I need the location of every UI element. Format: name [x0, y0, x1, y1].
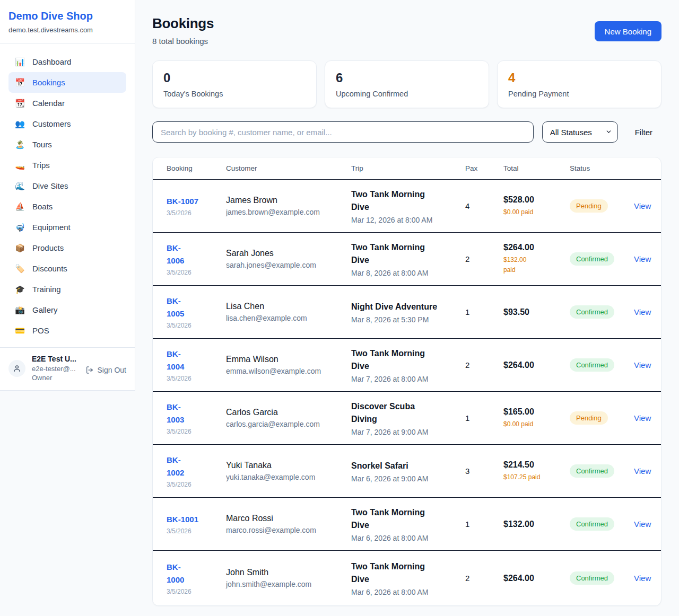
trip-cell: Two Tank Morning Dive Mar 8, 2026 at 8:0… — [351, 241, 465, 277]
total-amount: $132.00 — [503, 520, 570, 529]
view-link[interactable]: View — [634, 467, 651, 476]
sidebar-item-dashboard[interactable]: 📊 Dashboard — [8, 51, 126, 72]
sidebar-item-dive-sites[interactable]: 🌊 Dive Sites — [8, 175, 126, 196]
logout-icon — [85, 366, 94, 374]
customer-email: james.brown@example.com — [226, 208, 351, 216]
calendar-bookings-icon: 📅 — [15, 78, 25, 86]
total-amount: $528.00 — [503, 195, 570, 205]
tag-icon: 🏷️ — [15, 265, 25, 272]
trip-name: Night Dive Adventure — [351, 301, 465, 313]
table-row: BK- 1005 3/5/2026 Lisa Chen lisa.chen@ex… — [153, 286, 661, 339]
main-content: Bookings 8 total bookings New Booking 0 … — [135, 0, 679, 616]
customer-cell: Emma Wilson emma.wilson@example.com — [226, 355, 351, 375]
booking-id-link[interactable]: BK- 1005 — [167, 295, 226, 320]
trip-cell: Night Dive Adventure Mar 8, 2026 at 5:30… — [351, 301, 465, 324]
status-select[interactable]: All Statuses — [542, 121, 618, 143]
sidebar-item-products[interactable]: 📦 Products — [8, 237, 126, 258]
sidebar-item-pos[interactable]: 💳 POS — [8, 320, 126, 341]
customer-name: Marco Rossi — [226, 514, 351, 523]
customer-cell: Lisa Chen lisa.chen@example.com — [226, 302, 351, 322]
pax-value: 4 — [465, 201, 503, 210]
booking-date: 3/5/2026 — [167, 428, 226, 435]
trip-datetime: Mar 7, 2026 at 9:00 AM — [351, 428, 465, 436]
booking-date: 3/5/2026 — [167, 269, 226, 276]
booking-date: 3/5/2026 — [167, 481, 226, 488]
pax-value: 2 — [465, 360, 503, 369]
sidebar-item-label: Customers — [32, 119, 71, 128]
sidebar-item-tours[interactable]: 🏝️ Tours — [8, 134, 126, 155]
booking-id-link[interactable]: BK- 1006 — [167, 242, 226, 267]
booking-id-link[interactable]: BK- 1000 — [167, 561, 226, 586]
view-link[interactable]: View — [634, 307, 651, 316]
booking-cell: BK- 1006 3/5/2026 — [167, 242, 226, 276]
sidebar-item-gallery[interactable]: 📸 Gallery — [8, 300, 126, 320]
customer-email: marco.rossi@example.com — [226, 526, 351, 534]
status-badge: Confirmed — [570, 358, 614, 372]
sidebar-item-boats[interactable]: ⛵ Boats — [8, 196, 126, 217]
status-badge: Confirmed — [570, 571, 614, 585]
sidebar-item-label: Dashboard — [32, 57, 71, 66]
filter-button[interactable]: Filter — [635, 128, 652, 137]
view-link[interactable]: View — [634, 360, 651, 369]
trip-datetime: Mar 8, 2026 at 8:00 AM — [351, 269, 465, 277]
sidebar-item-calendar[interactable]: 📆 Calendar — [8, 93, 126, 113]
sidebar-item-customers[interactable]: 👥 Customers — [8, 113, 126, 134]
view-link[interactable]: View — [634, 413, 651, 423]
column-header-booking: Booking — [167, 164, 226, 172]
total-cell: $528.00 $0.00 paid — [503, 195, 570, 217]
graduation-cap-icon: 🎓 — [15, 285, 25, 293]
booking-id-link[interactable]: BK- 1002 — [167, 454, 226, 479]
wave-icon: 🌊 — [15, 182, 25, 190]
new-booking-button[interactable]: New Booking — [595, 21, 661, 41]
sign-out-button[interactable]: Sign Out — [85, 366, 126, 374]
booking-id-link[interactable]: BK- 1003 — [167, 401, 226, 426]
table-row: BK- 1002 3/5/2026 Yuki Tanaka yuki.tanak… — [153, 445, 661, 498]
view-link[interactable]: View — [634, 574, 651, 583]
booking-id-link[interactable]: BK- 1004 — [167, 348, 226, 373]
sidebar-item-discounts[interactable]: 🏷️ Discounts — [8, 258, 126, 279]
brand-name: Demo Dive Shop — [8, 10, 126, 22]
status-cell: Confirmed — [570, 464, 634, 478]
sidebar-item-label: Tours — [32, 140, 52, 149]
pax-value: 1 — [465, 520, 503, 529]
sidebar-item-bookings[interactable]: 📅 Bookings — [8, 72, 126, 93]
status-badge: Pending — [570, 199, 608, 213]
page-title-block: Bookings 8 total bookings — [152, 15, 214, 46]
credit-card-icon: 💳 — [15, 327, 25, 335]
stat-value: 6 — [336, 71, 478, 85]
view-link[interactable]: View — [634, 520, 651, 529]
trip-datetime: Mar 7, 2026 at 8:00 AM — [351, 375, 465, 383]
status-cell: Confirmed — [570, 358, 634, 372]
status-cell: Confirmed — [570, 252, 634, 266]
status-badge: Confirmed — [570, 305, 614, 319]
sidebar: Demo Dive Shop demo.test.divestreams.com… — [0, 0, 135, 391]
customer-email: lisa.chen@example.com — [226, 314, 351, 322]
stat-value: 4 — [508, 71, 650, 85]
avatar — [8, 360, 25, 377]
view-link[interactable]: View — [634, 254, 651, 263]
total-amount: $264.00 — [503, 243, 570, 252]
sidebar-item-equipment[interactable]: 🤿 Equipment — [8, 217, 126, 237]
search-input[interactable] — [152, 121, 534, 143]
booking-cell: BK- 1005 3/5/2026 — [167, 295, 226, 329]
table-body: BK-1007 3/5/2026 James Brown james.brown… — [153, 180, 661, 605]
customer-name: Lisa Chen — [226, 302, 351, 311]
stat-label: Today's Bookings — [163, 90, 306, 98]
trip-name: Two Tank Morning Dive — [351, 241, 465, 267]
sidebar-item-label: Training — [32, 285, 61, 294]
sidebar-item-trips[interactable]: 🚤 Trips — [8, 155, 126, 175]
page-title: Bookings — [152, 15, 214, 32]
sidebar-item-label: Boats — [32, 202, 53, 211]
bookings-table: Booking Customer Trip Pax Total Status B… — [152, 157, 661, 606]
booking-date: 3/5/2026 — [167, 209, 226, 217]
status-badge: Confirmed — [570, 464, 614, 478]
user-role: Owner — [32, 374, 79, 382]
table-row: BK-1001 3/5/2026 Marco Rossi marco.rossi… — [153, 498, 661, 551]
trip-name: Two Tank Morning Dive — [351, 506, 465, 532]
view-link[interactable]: View — [634, 201, 651, 210]
status-cell: Confirmed — [570, 305, 634, 319]
trip-cell: Two Tank Morning Dive Mar 12, 2026 at 8:… — [351, 188, 465, 224]
sidebar-item-training[interactable]: 🎓 Training — [8, 279, 126, 300]
booking-id-link[interactable]: BK-1001 — [167, 513, 226, 526]
booking-id-link[interactable]: BK-1007 — [167, 195, 226, 208]
